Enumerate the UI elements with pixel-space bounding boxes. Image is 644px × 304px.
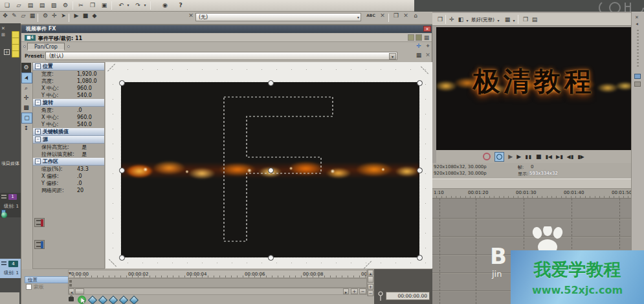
handle-top-right[interactable] [417,80,423,86]
redo-dropdown-icon[interactable]: ▾ [142,1,148,9]
copy-icon[interactable]: ❐ [88,1,97,9]
properties-gear-icon[interactable]: ⚙ [61,1,70,9]
move-anchor-icon[interactable]: ✢ [21,93,31,103]
zoom-magnifier-icon[interactable]: ⌕ [21,83,31,93]
chevron-down-icon[interactable]: ▾ [389,53,396,60]
quality-value[interactable]: 最好(完整) [471,17,494,23]
handle-mid-left[interactable] [119,168,125,173]
stop-button[interactable]: ■ [536,153,542,160]
scroll-thumb[interactable] [368,276,373,283]
zoom-out-icon[interactable]: − [368,290,373,296]
keyframe-diamond-icon[interactable] [98,296,107,304]
window-dock-icon[interactable]: ⊞ [1,31,5,39]
save-icon[interactable]: ▤ [26,1,35,9]
zoom-tool-icon[interactable]: ▦ [28,12,36,19]
play-button[interactable]: ▶ [516,153,521,160]
previous-frame-button[interactable]: ◀▮ [567,154,574,160]
cursor-time-box[interactable]: 00:00:00.00 [386,292,430,300]
settings-gear-icon[interactable]: ⚙ [21,63,31,72]
docked-window-chip[interactable] [634,74,641,79]
section-header-keyframe-interp[interactable]: + 关键帧插值 [33,128,104,136]
pan-crop-tab[interactable]: Pan/Crop [27,43,65,50]
dock-icon[interactable]: ⌂ [412,12,419,19]
expander-icon[interactable]: − [35,63,41,69]
chevron-down-icon[interactable]: ▾ [465,17,470,25]
undo-icon[interactable]: ↶ [117,1,126,9]
save-preset-icon[interactable]: ▦ [415,51,423,59]
marker-tool-icon[interactable]: ◆ [91,12,98,19]
ignore-grouping-icon[interactable]: ■ [82,12,89,19]
go-to-end-button[interactable]: ▶▮ [556,154,563,160]
selection-tool-icon[interactable]: ▱ [19,12,27,19]
handle-top-center[interactable] [268,80,274,86]
expander-icon[interactable]: + [35,129,41,135]
open-project-icon[interactable]: ▱ [14,1,23,9]
mask-tool-icon[interactable]: ▢ [21,113,32,124]
chevron-down-icon[interactable]: ▾ [511,17,516,25]
track-header-4[interactable]: 4 级别: 1 [0,259,21,278]
zoom-out-icon[interactable]: − [359,288,366,294]
next-frame-button[interactable]: ▮▶ [577,154,584,160]
external-monitor-icon[interactable]: ❐ [436,16,444,23]
clear-filter-icon[interactable]: ✕ [188,12,194,19]
normal-edit-tool-icon[interactable]: ✥ [1,12,9,19]
video-preview-screen[interactable]: 极清教程 [436,27,631,150]
scroll-left-icon[interactable]: ◂ [69,288,74,294]
snap-icon[interactable]: ⚙ [41,12,49,19]
frame-play-button[interactable]: ▶ [508,153,513,160]
handle-top-left[interactable] [119,80,125,86]
project-media-tab[interactable]: 项目媒体 [1,160,20,167]
paste-icon[interactable]: ▣ [100,1,109,9]
expander-icon[interactable]: − [35,100,41,105]
scroll-up-icon[interactable]: ▴ [368,270,373,276]
mask-checkbox[interactable] [26,284,32,290]
delete-preset-icon[interactable]: ✕ [424,51,432,59]
keyframe-hscrollbar[interactable]: ◂ ▸ + − [68,288,367,295]
scroll-thumb[interactable] [75,288,84,294]
scroll-right-icon[interactable]: ▸ [343,288,349,294]
copy-snapshot-icon[interactable]: ❐ [522,16,529,23]
ripple-edit-icon[interactable]: ➤ [60,12,67,19]
dialog-close-button[interactable]: ✕ [423,26,431,32]
close-icon[interactable]: ✕ [403,12,409,19]
keyframe-diamond-icon[interactable] [109,296,118,304]
keyframe-row-mask[interactable]: 蒙板 [25,283,74,290]
handle-bottom-right[interactable] [417,255,423,261]
timeline-ruler[interactable]: 1:10 00:01:20 00:01:30 00:01:40 00:01:50 [432,189,644,199]
collapse-left-icon[interactable]: ◂ [634,20,640,28]
keyframe-diamond-icon[interactable] [119,296,128,304]
pause-button[interactable]: ▮▮ [525,154,532,160]
spellcheck-icon[interactable]: ABC [366,12,375,19]
zoom-in-icon[interactable]: + [368,284,373,290]
undo-dropdown-icon[interactable]: ▾ [126,1,131,9]
expand-plus-icon[interactable]: + [4,49,10,55]
overlay-crosshair-icon[interactable]: ✛ [448,16,456,23]
crop-box-icon[interactable]: ▩ [21,103,31,113]
dialog-titlebar[interactable]: 视频事件 FX [21,25,432,33]
stretch-icon[interactable]: ↕ [21,124,31,133]
handle-bottom-left[interactable] [119,255,125,261]
go-to-start-button[interactable]: ▮◀ [545,154,552,160]
handle-bottom-center[interactable] [268,255,274,261]
external-monitor-icon[interactable]: ❐ [392,12,400,19]
section-header-rotation[interactable]: − 旋转 [33,99,104,107]
grid-overlay-icon[interactable]: ▦ [504,16,511,23]
grid-view-icon[interactable]: ▦ [423,34,430,41]
envelope-tool-icon[interactable]: ✎ [10,12,18,19]
save-snapshot-icon[interactable]: ▤ [531,16,539,23]
lock-envelopes-icon[interactable]: ▶ [72,12,80,19]
preset-combo[interactable]: (默认) ▾ [45,52,397,60]
section-header-position[interactable]: − 位置 [33,63,104,71]
handle-mid-right[interactable] [417,168,423,173]
new-project-icon[interactable]: ❏ [3,1,12,9]
chevron-down-icon[interactable]: ▾ [496,17,501,25]
plugin-filter-combo[interactable]: (无) ▾ [195,13,361,21]
keyframe-ruler[interactable]: ▾ 0:00:00 00:00:02 00:00:04 00:00:06 00:… [68,270,367,278]
redo-icon[interactable]: ↷ [133,1,142,9]
plugin-chain-icon[interactable]: ✦ [424,42,432,50]
cut-icon[interactable]: ✂ [76,1,85,9]
keyframe-diamond-icon[interactable] [88,296,97,304]
add-plugin-icon[interactable]: ✛ [415,42,423,50]
keyframe-diamond-icon[interactable] [129,296,139,304]
record-button[interactable] [483,153,491,160]
